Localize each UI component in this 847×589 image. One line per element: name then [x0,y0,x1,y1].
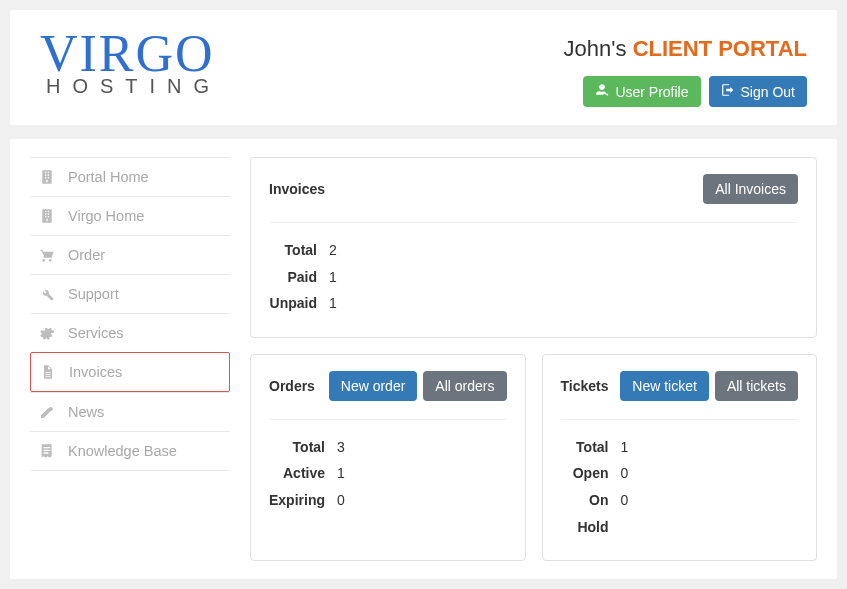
invoices-title: Invoices [269,181,325,197]
invoices-panel: Invoices All Invoices Total2 Paid1 Unpai… [250,157,817,338]
cart-icon [38,246,56,264]
sidebar-item-news[interactable]: News [30,392,230,431]
sidebar-item-label: Support [68,286,119,302]
sidebar-item-label: Virgo Home [68,208,144,224]
stat-value: 1 [621,434,641,461]
stat-value: 2 [329,237,349,264]
divider [269,222,798,223]
wrench-icon [38,285,56,303]
all-orders-button[interactable]: All orders [423,371,506,401]
orders-panel: Orders New order All orders Total3 Activ… [250,354,526,561]
sidebar-item-label: Order [68,247,105,263]
stat-value: 1 [329,290,349,317]
sidebar-item-services[interactable]: Services [30,313,230,352]
user-icon [595,83,609,100]
header: VIRGO HOSTING John's CLIENT PORTAL User … [10,10,837,125]
sidebar-item-label: News [68,404,104,420]
orders-stats: Total3 Active1 Expiring0 [269,434,357,514]
logo-sub: HOSTING [40,76,221,96]
stat-label: Unpaid [269,290,329,317]
divider [269,419,507,420]
file-icon [39,363,57,381]
stat-value: 1 [329,264,349,291]
sidebar-item-portal-home[interactable]: Portal Home [30,157,230,196]
main: Invoices All Invoices Total2 Paid1 Unpai… [250,157,817,561]
edit-icon [38,403,56,421]
stat-label: Expiring [269,487,337,514]
sidebar-item-label: Portal Home [68,169,149,185]
user-profile-label: User Profile [615,84,688,100]
stat-label: Total [269,237,329,264]
new-order-button[interactable]: New order [329,371,418,401]
stat-label: Paid [269,264,329,291]
all-tickets-button[interactable]: All tickets [715,371,798,401]
sidebar-item-label: Invoices [69,364,122,380]
sidebar-item-label: Knowledge Base [68,443,177,459]
stat-value: 1 [337,460,357,487]
portal-title: John's CLIENT PORTAL [564,36,807,62]
divider [561,419,799,420]
stat-label: Total [561,434,621,461]
stat-label: Active [269,460,337,487]
stat-value: 0 [621,460,641,487]
tickets-panel: Tickets New ticket All tickets Total1 Op… [542,354,818,561]
stat-value: 3 [337,434,357,461]
building-icon [38,207,56,225]
all-invoices-button[interactable]: All Invoices [703,174,798,204]
sidebar-item-order[interactable]: Order [30,235,230,274]
stat-value: 0 [621,487,641,540]
sidebar-item-support[interactable]: Support [30,274,230,313]
logo: VIRGO HOSTING [40,28,221,96]
portal-owner: John's [564,36,627,61]
stat-label: Open [561,460,621,487]
orders-title: Orders [269,378,315,394]
user-profile-button[interactable]: User Profile [583,76,700,107]
stat-label: Total [269,434,337,461]
sign-out-button[interactable]: Sign Out [709,76,807,107]
sign-out-icon [721,83,735,100]
book-icon [38,442,56,460]
building-icon [38,168,56,186]
sidebar: Portal Home Virgo Home Order Support Ser… [30,157,230,561]
sidebar-item-invoices[interactable]: Invoices [30,352,230,392]
sign-out-label: Sign Out [741,84,795,100]
invoices-stats: Total2 Paid1 Unpaid1 [269,237,349,317]
new-ticket-button[interactable]: New ticket [620,371,709,401]
tickets-stats: Total1 Open0 On Hold0 [561,434,641,540]
tickets-title: Tickets [561,378,609,394]
stat-label: On Hold [561,487,621,540]
cogs-icon [38,324,56,342]
stat-value: 0 [337,487,357,514]
sidebar-item-label: Services [68,325,124,341]
logo-main: VIRGO [40,28,221,80]
portal-brand: CLIENT PORTAL [633,36,807,61]
sidebar-item-knowledge-base[interactable]: Knowledge Base [30,431,230,471]
header-right: John's CLIENT PORTAL User Profile Sign O… [564,28,807,107]
sidebar-item-virgo-home[interactable]: Virgo Home [30,196,230,235]
